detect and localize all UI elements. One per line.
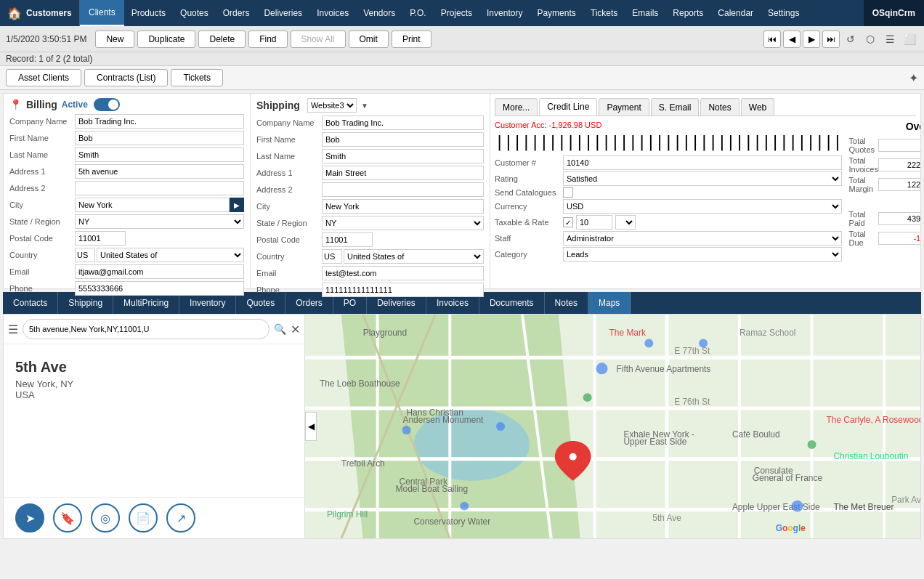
billing-addr1-input[interactable]: [75, 164, 244, 179]
wand-icon[interactable]: ✦: [909, 71, 918, 85]
billing-firstname-input[interactable]: [75, 131, 244, 145]
omit-button[interactable]: Omit: [349, 31, 389, 48]
shipping-state-select[interactable]: NY: [322, 216, 484, 230]
tab-invoices[interactable]: Invoices: [426, 292, 479, 314]
nav-next[interactable]: ▶: [803, 31, 820, 48]
shipping-addr2-input[interactable]: [322, 182, 484, 197]
nav-item-tickets[interactable]: Tickets: [583, 0, 625, 26]
map-search-input[interactable]: [23, 319, 270, 339]
hamburger-icon[interactable]: ☰: [8, 323, 18, 336]
billing-country-code-input[interactable]: [75, 248, 95, 262]
total-paid-value[interactable]: [878, 212, 920, 225]
tab-deliveries[interactable]: Deliveries: [367, 292, 426, 314]
nav-item-deliveries[interactable]: Deliveries: [256, 0, 309, 26]
tab-maps[interactable]: Maps: [588, 292, 631, 314]
share-icon-btn[interactable]: ↗: [166, 503, 195, 533]
currency-select[interactable]: USD: [563, 199, 842, 214]
total-due-value[interactable]: [878, 232, 920, 245]
tab-documents[interactable]: Documents: [479, 292, 545, 314]
map-close-icon[interactable]: ✕: [291, 323, 300, 336]
shipping-addr1-input[interactable]: [322, 166, 484, 180]
nav-item-quotes[interactable]: Quotes: [173, 0, 216, 26]
external-link-icon[interactable]: ⬡: [862, 31, 879, 48]
refresh-icon[interactable]: ↺: [842, 31, 859, 48]
shipping-company-input[interactable]: [322, 116, 484, 130]
nav-first[interactable]: ⏮: [763, 31, 781, 48]
nav-item-reports[interactable]: Reports: [665, 0, 710, 26]
tab-payment[interactable]: Payment: [599, 98, 649, 116]
tab-multipricing[interactable]: MultiPricing: [113, 292, 179, 314]
tab-tickets[interactable]: Tickets: [171, 69, 223, 86]
billing-state-select[interactable]: NY: [75, 214, 244, 229]
tab-po[interactable]: PO: [333, 292, 367, 314]
city-arrow-btn[interactable]: ▶: [230, 198, 244, 212]
rating-select[interactable]: Satisfied: [563, 171, 842, 186]
shipping-firstname-input[interactable]: [322, 132, 484, 147]
tab-s-email[interactable]: S. Email: [651, 98, 700, 116]
tab-orders[interactable]: Orders: [285, 292, 333, 314]
billing-addr2-input[interactable]: [75, 181, 244, 195]
category-select[interactable]: Leads: [563, 247, 842, 262]
nav-item-vendors[interactable]: Vendors: [356, 0, 402, 26]
document-icon-btn[interactable]: 📄: [129, 503, 158, 533]
nav-item-orders[interactable]: Orders: [216, 0, 257, 26]
total-quotes-value[interactable]: [878, 139, 920, 152]
duplicate-button[interactable]: Duplicate: [137, 31, 195, 48]
map-search-icon[interactable]: 🔍: [274, 323, 286, 335]
total-invoices-value[interactable]: [878, 158, 920, 171]
send-catalogues-checkbox[interactable]: [563, 187, 573, 198]
tab-notes[interactable]: Notes: [700, 98, 739, 116]
shipping-email-input[interactable]: [322, 266, 484, 280]
billing-email-input[interactable]: [75, 264, 244, 279]
billing-country-select[interactable]: United States of: [97, 248, 244, 262]
nav-item-emails[interactable]: Emails: [625, 0, 665, 26]
billing-company-input[interactable]: [75, 114, 244, 129]
tab-contracts-list[interactable]: Contracts (List): [84, 69, 168, 86]
nav-item-products[interactable]: Products: [124, 0, 173, 26]
taxable-rate-input[interactable]: [576, 215, 612, 230]
nav-item-po[interactable]: P.O.: [402, 0, 433, 26]
customer-num-input[interactable]: [563, 155, 842, 170]
total-margin-value[interactable]: [878, 178, 920, 191]
staff-select[interactable]: Administrator: [563, 231, 842, 246]
nav-item-payments[interactable]: Payments: [530, 0, 583, 26]
shipping-country-code-input[interactable]: [322, 249, 342, 264]
map-collapse-btn[interactable]: ◀: [305, 412, 317, 441]
nav-item-projects[interactable]: Projects: [434, 0, 479, 26]
find-button[interactable]: Find: [248, 31, 287, 48]
tab-notes[interactable]: Notes: [545, 292, 588, 314]
show-all-button[interactable]: Show All: [291, 31, 346, 48]
navigate-icon-btn[interactable]: ➤: [15, 503, 44, 533]
active-toggle[interactable]: [94, 98, 120, 111]
nav-item-clients[interactable]: Clients: [80, 0, 124, 26]
target-icon-btn[interactable]: ◎: [91, 503, 120, 533]
tab-inventory[interactable]: Inventory: [179, 292, 236, 314]
nav-item-calendar[interactable]: Calendar: [710, 0, 761, 26]
tab-web[interactable]: Web: [741, 98, 774, 116]
taxable-rate-select[interactable]: [615, 215, 636, 230]
shipping-city-input[interactable]: [322, 199, 484, 214]
tab-contacts[interactable]: Contacts: [3, 292, 58, 314]
nav-item-inventory[interactable]: Inventory: [479, 0, 530, 26]
menu-icon[interactable]: ☰: [881, 31, 899, 48]
taxable-checkbox[interactable]: ✓: [563, 217, 573, 227]
tab-shipping[interactable]: Shipping: [58, 292, 113, 314]
delete-button[interactable]: Delete: [198, 31, 246, 48]
shipping-lastname-input[interactable]: [322, 149, 484, 163]
tab-credit-line[interactable]: Credit Line: [539, 98, 597, 116]
bookmark-icon-btn[interactable]: 🔖: [53, 503, 82, 533]
website-select[interactable]: Website3: [307, 98, 357, 113]
billing-postal-input[interactable]: [75, 231, 126, 246]
layout-icon[interactable]: ⬜: [901, 31, 918, 48]
nav-item-settings[interactable]: Settings: [761, 0, 806, 26]
print-button[interactable]: Print: [392, 31, 431, 48]
new-button[interactable]: New: [95, 31, 134, 48]
nav-item-invoices[interactable]: Invoices: [309, 0, 356, 26]
tab-more[interactable]: More...: [495, 98, 538, 116]
nav-prev[interactable]: ◀: [783, 31, 801, 48]
shipping-postal-input[interactable]: [322, 232, 373, 247]
nav-last[interactable]: ⏭: [822, 31, 840, 48]
tab-asset-clients[interactable]: Asset Clients: [6, 69, 81, 86]
billing-lastname-input[interactable]: [75, 147, 244, 162]
shipping-country-select[interactable]: United States of: [344, 249, 484, 264]
